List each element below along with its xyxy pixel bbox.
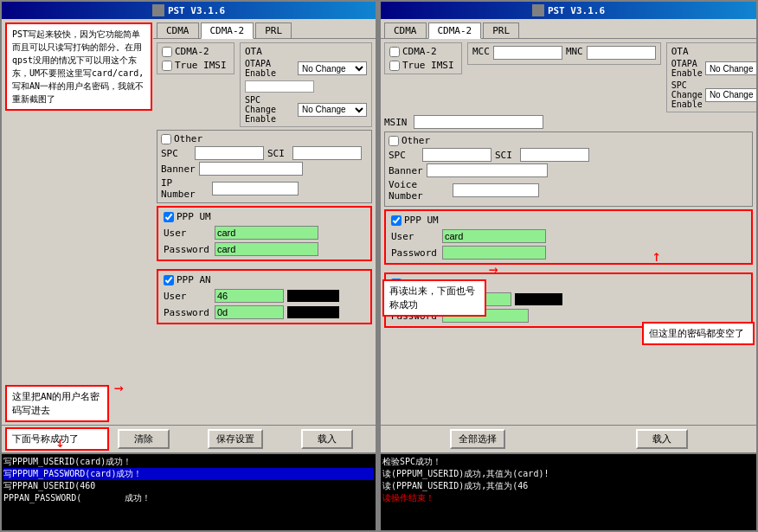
right-log-3-hidden (528, 482, 562, 491)
right-msin-input[interactable] (414, 115, 543, 129)
right-pppum-checkbox[interactable] (391, 215, 401, 226)
right-tab-cdma[interactable]: CDMA (384, 22, 427, 38)
left-log-4-hidden (81, 493, 125, 503)
right-tab-cdma2[interactable]: CDMA-2 (428, 22, 482, 39)
otapa-label: OTAPA Enable (245, 59, 295, 78)
right-voice-input[interactable] (453, 183, 539, 197)
right-button-bar: 全部选择 载入 (381, 425, 756, 452)
right-spc-input[interactable] (422, 148, 491, 162)
right-select-all-btn[interactable]: 全部选择 (450, 429, 505, 449)
left-window-icon (152, 4, 164, 16)
left-banner-label: Banner (161, 163, 196, 175)
left-load-btn[interactable]: 载入 (301, 429, 353, 449)
right-pppum-pass-label: Password (391, 247, 439, 259)
right-true-imsi-checkbox[interactable] (389, 61, 400, 71)
left-banner-input[interactable] (199, 162, 303, 176)
left-ppp-um-section: PPP UM User Password (157, 206, 372, 261)
left-title: PST V3.1.6 (168, 5, 225, 16)
left-clear-btn[interactable]: 清除 (118, 429, 170, 449)
left-ip-label: IP Number (161, 177, 209, 200)
right-banner-label: Banner (389, 165, 423, 176)
left-msin-input[interactable] (245, 80, 314, 93)
right-pppum-label: PPP UM (404, 215, 439, 226)
right-msin-label: MSIN (384, 117, 410, 128)
left-pppum-user-input[interactable] (215, 226, 318, 240)
left-other-checkbox[interactable] (161, 134, 171, 144)
right-ppp-um-section: PPP UM User Password (384, 209, 753, 265)
right-load-btn[interactable]: 载入 (636, 429, 688, 449)
left-spc-label: SPC (161, 148, 191, 159)
left-log-3: 写PPPAN_USERID(460 (3, 480, 374, 492)
right-ppan-user-hidden (515, 293, 562, 305)
left-pppum-pass-input[interactable] (215, 242, 318, 256)
true-imsi-label: True IMSI (175, 60, 227, 71)
left-tab-cdma[interactable]: CDMA (157, 22, 199, 38)
right-tab-prl[interactable]: PRL (483, 22, 519, 38)
right-other-checkbox[interactable] (389, 136, 399, 146)
right-log-2: 读(PPPUM_USERID)成功,其值为(card)! (382, 468, 755, 480)
left-ppan-pass-input[interactable] (215, 305, 284, 319)
right-arrow-empty: ↑ (652, 247, 661, 265)
right-title-bar: PST V3.1.6 (381, 2, 756, 19)
right-other-label: Other (401, 135, 430, 146)
left-ppan-user-hidden (287, 290, 339, 302)
left-annotation1: PST写起来较快，因为它功能简单而且可以只读写打钩的部分。在用qpst没用的情况… (5, 22, 152, 111)
right-sci-label: SCI (495, 150, 517, 161)
right-voice-label: Voice Number (389, 179, 449, 202)
left-ppan-user-label: User (164, 291, 211, 302)
left-ppan-pass-label: Password (164, 307, 211, 318)
left-pppum-user-label: User (164, 228, 211, 239)
left-pppum-pass-label: Password (164, 244, 211, 255)
right-cdma2-checkbox[interactable] (389, 47, 400, 57)
left-sci-label: SCI (267, 148, 289, 159)
right-mnc-input[interactable] (587, 46, 656, 60)
left-ip-input[interactable] (212, 182, 299, 195)
right-true-imsi-label: True IMSI (402, 60, 454, 71)
left-save-btn[interactable]: 保存设置 (208, 429, 263, 449)
left-tab-bar: CDMA CDMA-2 PRL (153, 19, 376, 39)
left-tab-prl[interactable]: PRL (255, 22, 292, 38)
left-arrow-down: ↓ (55, 433, 65, 451)
right-mcc-input[interactable] (493, 46, 562, 60)
right-banner-input[interactable] (427, 163, 548, 177)
right-pppum-user-input[interactable] (442, 229, 546, 243)
left-tab-cdma2[interactable]: CDMA-2 (201, 22, 254, 39)
right-pppum-pass-input[interactable] (442, 246, 546, 260)
left-arrow-an: → (114, 378, 124, 396)
left-other-label: Other (174, 133, 202, 144)
cdma2-label: CDMA-2 (175, 46, 209, 57)
right-log-3: 读(PPPAN_USERID)成功,其值为(46 (382, 480, 755, 492)
right-otapa-label: OTAPA Enable (671, 59, 703, 78)
right-mnc-label: MNC (566, 46, 583, 60)
left-sci-input[interactable] (292, 146, 362, 160)
left-ppan-label: PPP AN (177, 274, 211, 285)
left-window: PST V3.1.6 PST写起来较快，因为它功能简单而且可以只读写打钩的部分。… (0, 0, 377, 532)
left-spc-change-select[interactable]: No Change (298, 103, 367, 117)
left-otapa-select[interactable]: No Change (298, 61, 367, 75)
left-log-4: PPPAN_PASSWORD(成功！ (3, 492, 374, 504)
left-spc-input[interactable] (195, 146, 264, 160)
left-ppan-pass-hidden (287, 306, 339, 318)
left-ppan-user-input[interactable] (215, 289, 284, 303)
left-log-2: 写PPPUM_PASSWORD(card)成功！ (3, 468, 374, 480)
left-pppum-label: PPP UM (177, 211, 211, 222)
right-arrow-success: → (489, 260, 498, 278)
right-annotation3: 但这里的密码都变空了 (642, 322, 755, 345)
left-window-content: PST写起来较快，因为它功能简单而且可以只读写打钩的部分。在用qpst没用的情况… (2, 19, 376, 530)
right-pppum-user-label: User (391, 231, 439, 242)
left-ppan-checkbox[interactable] (164, 275, 174, 285)
left-pppum-checkbox[interactable] (164, 212, 174, 222)
left-log-3-hidden (95, 481, 130, 491)
true-imsi-checkbox[interactable] (162, 61, 172, 71)
spc-change-label: SPC Change Enable (245, 95, 295, 124)
right-window-icon (532, 4, 544, 16)
right-spc-change-label: SPC Change Enable (671, 80, 703, 109)
right-sci-input[interactable] (520, 148, 589, 162)
cdma2-checkbox[interactable] (162, 47, 172, 57)
right-otapa-select[interactable]: No Change (705, 61, 756, 75)
right-spc-change-select[interactable]: No Change (705, 88, 756, 102)
right-window-content: CDMA CDMA-2 PRL CDMA-2 True IMSI (381, 19, 756, 530)
right-title: PST V3.1.6 (548, 5, 605, 16)
right-window: PST V3.1.6 CDMA CDMA-2 PRL CDMA-2 (379, 0, 758, 532)
right-log-area: 检验SPC成功！ 读(PPPUM_USERID)成功,其值为(card)! 读(… (381, 452, 756, 530)
